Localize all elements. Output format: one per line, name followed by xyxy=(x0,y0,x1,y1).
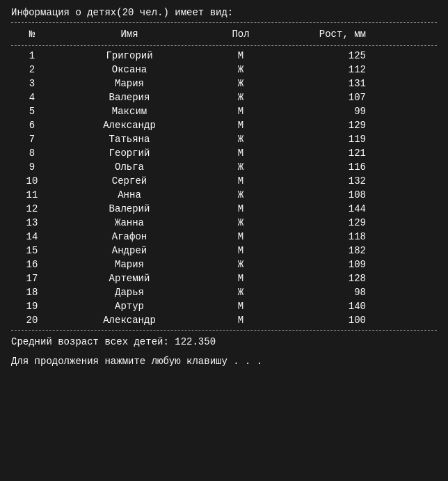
table-row: 14 Агафон М 118 xyxy=(11,230,437,244)
cell-height: 98 xyxy=(275,287,380,298)
cell-height: 107 xyxy=(275,92,380,103)
col-header-num: № xyxy=(11,29,53,40)
cell-num: 2 xyxy=(11,64,53,75)
cell-name: Ольга xyxy=(53,161,206,173)
cell-gender: Ж xyxy=(206,217,275,228)
main-container: Информация о детях(20 чел.) имеет вид: №… xyxy=(11,7,437,367)
table-row: 12 Валерий М 144 xyxy=(11,202,437,216)
continue-text: Для продолжения нажмите любую клавишу . … xyxy=(11,356,437,367)
cell-height: 118 xyxy=(275,231,380,242)
cell-name: Оксана xyxy=(53,64,206,75)
cell-name: Максим xyxy=(53,106,206,117)
cell-gender: Ж xyxy=(206,92,275,103)
cell-gender: М xyxy=(206,106,275,117)
cell-name: Агафон xyxy=(53,231,206,242)
average-text: Средний возраст всех детей: 122.350 xyxy=(11,336,437,347)
cell-gender: Ж xyxy=(206,287,275,298)
cell-name: Валерия xyxy=(53,92,206,103)
cell-name: Григорий xyxy=(53,50,206,61)
cell-height: 131 xyxy=(275,78,380,89)
cell-gender: Ж xyxy=(206,64,275,75)
cell-gender: М xyxy=(206,301,275,312)
cell-name: Дарья xyxy=(53,287,206,298)
table-row: 15 Андрей М 182 xyxy=(11,244,437,258)
table-header-row: № Имя Пол Рост, мм xyxy=(11,26,437,42)
cell-gender: Ж xyxy=(206,259,275,270)
cell-num: 18 xyxy=(11,287,53,298)
cell-gender: Ж xyxy=(206,189,275,200)
cell-height: 125 xyxy=(275,50,380,61)
cell-num: 17 xyxy=(11,273,53,284)
cell-gender: Ж xyxy=(206,78,275,89)
cell-name: Александр xyxy=(53,315,206,326)
cell-height: 128 xyxy=(275,273,380,284)
cell-name: Артемий xyxy=(53,273,206,284)
cell-height: 132 xyxy=(275,175,380,187)
cell-height: 129 xyxy=(275,217,380,228)
table-row: 1 Григорий М 125 xyxy=(11,49,437,63)
cell-name: Татьяна xyxy=(53,134,206,145)
cell-gender: М xyxy=(206,315,275,326)
cell-name: Анна xyxy=(53,189,206,200)
cell-num: 20 xyxy=(11,315,53,326)
cell-gender: М xyxy=(206,120,275,131)
cell-num: 12 xyxy=(11,203,53,214)
table-row: 16 Мария Ж 109 xyxy=(11,258,437,271)
cell-height: 121 xyxy=(275,148,380,159)
cell-height: 129 xyxy=(275,120,380,131)
cell-num: 4 xyxy=(11,92,53,103)
table-row: 3 Мария Ж 131 xyxy=(11,77,437,90)
table-row: 6 Александр М 129 xyxy=(11,118,437,132)
table-row: 13 Жанна Ж 129 xyxy=(11,216,437,230)
table-row: 8 Георгий М 121 xyxy=(11,146,437,160)
cell-num: 1 xyxy=(11,50,53,61)
table-row: 20 Александр М 100 xyxy=(11,313,437,327)
table-row: 17 Артемий М 128 xyxy=(11,271,437,285)
cell-num: 5 xyxy=(11,106,53,117)
cell-name: Артур xyxy=(53,301,206,312)
table-row: 4 Валерия Ж 107 xyxy=(11,90,437,104)
cell-gender: М xyxy=(206,175,275,187)
cell-gender: Ж xyxy=(206,134,275,145)
col-header-name: Имя xyxy=(53,29,206,40)
table-row: 10 Сергей М 132 xyxy=(11,174,437,188)
table-body: 1 Григорий М 125 2 Оксана Ж 112 3 Мария … xyxy=(11,49,437,327)
cell-num: 9 xyxy=(11,161,53,173)
data-table: № Имя Пол Рост, мм 1 Григорий М 125 2 Ок… xyxy=(11,26,437,327)
table-row: 7 Татьяна Ж 119 xyxy=(11,132,437,146)
cell-name: Мария xyxy=(53,259,206,270)
cell-gender: М xyxy=(206,245,275,256)
cell-num: 8 xyxy=(11,148,53,159)
cell-height: 109 xyxy=(275,259,380,270)
cell-name: Мария xyxy=(53,78,206,89)
cell-name: Жанна xyxy=(53,217,206,228)
cell-height: 108 xyxy=(275,189,380,200)
cell-gender: Ж xyxy=(206,161,275,173)
cell-name: Георгий xyxy=(53,148,206,159)
cell-height: 112 xyxy=(275,64,380,75)
cell-height: 144 xyxy=(275,203,380,214)
cell-height: 100 xyxy=(275,315,380,326)
cell-name: Сергей xyxy=(53,175,206,187)
cell-num: 7 xyxy=(11,134,53,145)
cell-num: 3 xyxy=(11,78,53,89)
cell-num: 14 xyxy=(11,231,53,242)
cell-gender: М xyxy=(206,203,275,214)
top-divider xyxy=(11,22,437,23)
cell-num: 10 xyxy=(11,175,53,187)
table-row: 18 Дарья Ж 98 xyxy=(11,285,437,299)
col-header-height: Рост, мм xyxy=(275,29,380,40)
cell-height: 99 xyxy=(275,106,380,117)
table-row: 11 Анна Ж 108 xyxy=(11,188,437,202)
cell-height: 140 xyxy=(275,301,380,312)
cell-num: 15 xyxy=(11,245,53,256)
cell-num: 13 xyxy=(11,217,53,228)
table-row: 5 Максим М 99 xyxy=(11,104,437,118)
header-divider xyxy=(11,45,437,46)
cell-height: 116 xyxy=(275,161,380,173)
page-title: Информация о детях(20 чел.) имеет вид: xyxy=(11,7,437,18)
cell-gender: М xyxy=(206,148,275,159)
cell-gender: М xyxy=(206,231,275,242)
table-row: 19 Артур М 140 xyxy=(11,299,437,313)
cell-name: Андрей xyxy=(53,245,206,256)
